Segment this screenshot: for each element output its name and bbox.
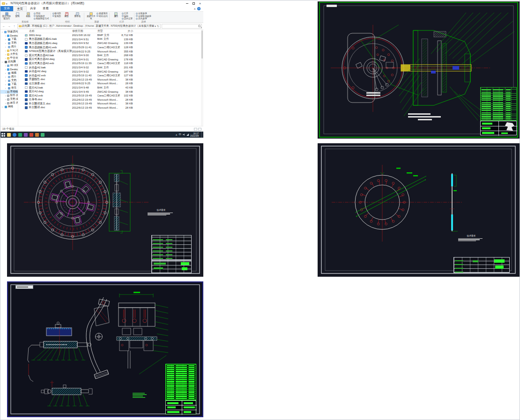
sidebar-item[interactable]: › 视频	[0, 71, 18, 75]
maximize-button[interactable]	[190, 0, 197, 7]
ribbon-tab[interactable]: 主页	[13, 6, 27, 11]
taskbar-app-icon[interactable]	[24, 133, 28, 137]
refresh-icon[interactable]: ↻	[157, 24, 159, 28]
edge-taskbar-icon[interactable]	[13, 133, 16, 137]
sidebar-item[interactable]: › 下载	[0, 82, 18, 86]
paste-button[interactable]: 粘贴	[23, 12, 33, 20]
sidebar-item[interactable]: › 文档	[0, 41, 18, 45]
sidebar-item[interactable]: › 软件 (D:)	[0, 94, 18, 97]
collapse-ribbon-icon[interactable]: ∧	[194, 7, 196, 10]
taskbar-app-icon[interactable]	[30, 133, 33, 137]
input-method-indicator[interactable]: 中	[179, 133, 182, 136]
sidebar-item[interactable]: › 网络	[0, 105, 18, 109]
address-bar[interactable]: 此电脑本地磁盘 (C:)用户AdministratorDesktop大home新…	[17, 24, 161, 29]
pin-quick-access-button[interactable]: 固定到快速访问	[1, 12, 12, 20]
sidebar-item[interactable]: › 文档	[0, 79, 18, 82]
volume-icon[interactable]	[183, 133, 185, 136]
file-date: 2021/3/4 9:52	[72, 42, 97, 44]
address-dropdown-icon[interactable]: ▾	[155, 24, 156, 28]
sidebar-item[interactable]: › 快速访问	[0, 30, 18, 34]
breadcrumb-segment[interactable]: 本地磁盘 (C:)	[32, 24, 49, 28]
forward-button[interactable]: →	[7, 24, 11, 28]
breadcrumb-segment[interactable]: 新建文件夹	[96, 24, 111, 28]
search-input[interactable]	[163, 24, 198, 28]
sidebar-item[interactable]: › Desktop	[0, 34, 18, 37]
file-explorer-taskbar-icon[interactable]	[7, 133, 11, 137]
taskbar-app-icon[interactable]	[41, 133, 45, 137]
taskbar-app-icon[interactable]	[18, 133, 22, 137]
breadcrumb-segment[interactable]: N700(4)型离合器设计（具有膜片弹簧设计） (有cad图)	[111, 24, 154, 28]
easy-access-button[interactable]: 轻松访问	[97, 15, 107, 18]
scrollbar-thumb[interactable]	[201, 30, 203, 59]
table-row[interactable]: 膜片式离合器A0.dwg 2021/3/4 9:01 ZWCAD Drawing…	[18, 58, 201, 62]
table-row[interactable]: 膜片A2.dwg 2021/3/4 9:49 ZWCAD Drawing 38 …	[18, 89, 201, 94]
quick-access-toolbar[interactable]: ▾	[0, 2, 9, 5]
start-button[interactable]	[1, 133, 5, 137]
sidebar-item[interactable]: › 本地磁盘 (C:)	[0, 90, 18, 94]
breadcrumb-segment[interactable]: 用户	[49, 24, 56, 28]
sidebar-item[interactable]: › 文档 (E:)	[0, 97, 18, 101]
column-header-type[interactable]: 类型	[97, 29, 120, 33]
table-row[interactable]: 膜片式离合器A0.bak 2021/3/4 9:00 BAK 文件 268 KB	[18, 53, 201, 58]
table-row[interactable]: 从动盘A2.bak 2021/3/4 9:02 BAK 文件 201 KB	[18, 66, 201, 70]
tray-expand-icon[interactable]: ∧	[176, 133, 178, 136]
back-button[interactable]: ←	[2, 24, 6, 28]
sidebar-item[interactable]: › 下载	[0, 37, 18, 41]
copy-to-button[interactable]: 复制到	[52, 15, 61, 18]
sidebar-item[interactable]: › 娱乐 (F:)	[0, 101, 18, 105]
table-row[interactable]: 膜片式离合器A0.exb 2012/5/19 11:39 Caxa二维CAD文档…	[18, 61, 201, 66]
breadcrumb-segment[interactable]: 大home	[85, 24, 96, 28]
sidebar-item[interactable]: › 3D 对象	[0, 64, 18, 67]
scrollbar[interactable]	[201, 29, 203, 126]
new-folder-button[interactable]: 新建文件夹	[86, 12, 96, 20]
column-header-name[interactable]: 名称	[25, 29, 72, 33]
sidebar-item[interactable]: › 图片	[0, 75, 18, 79]
table-row[interactable]: 膜片A2.exb 2012/5/19 19:49 Caxa二维CAD文档 102…	[18, 94, 201, 98]
sidebar-item[interactable]: › 此电脑	[0, 60, 18, 64]
table-row[interactable]: 外文翻译原文.doc 2012/6/13 19:49 Microsoft Wor…	[18, 102, 201, 106]
breadcrumb-segment[interactable]: Administrator	[56, 24, 74, 28]
up-button[interactable]: ↑	[12, 24, 16, 28]
column-header-size[interactable]: 大小	[120, 29, 133, 33]
breadcrumb-segment[interactable]: Desktop	[74, 24, 85, 28]
details-view-icon[interactable]	[194, 128, 197, 131]
sidebar-item[interactable]: › 3.3心理健康教育课件	[0, 49, 18, 52]
breadcrumb-segment[interactable]: 此电脑	[22, 24, 32, 28]
table-row[interactable]: 从动盘A2.dwg 2021/3/4 9:02 ZWCAD Drawing 18…	[18, 69, 201, 74]
network-icon[interactable]	[186, 133, 189, 136]
sidebar-item[interactable]: › Desktop	[0, 67, 18, 71]
table-row[interactable]: 从动盘A2.exb 2012/5/19 11:40 Caxa二维CAD文档 12…	[18, 74, 201, 78]
show-desktop-button[interactable]	[201, 132, 202, 138]
delete-button[interactable]: 删除	[61, 12, 72, 20]
taskbar-app-icon[interactable]	[35, 133, 39, 137]
help-icon[interactable]: ?	[197, 7, 201, 10]
table-row[interactable]: 外文翻译.doc 2012/6/13 19:49 Microsoft Word.…	[18, 106, 201, 110]
history-button[interactable]: 历史记录	[122, 17, 133, 20]
sidebar-item[interactable]: › 大学生心理危机干预	[0, 52, 18, 56]
copy-button[interactable]: 复制	[12, 12, 22, 20]
ribbon-tab[interactable]: 查看	[39, 6, 52, 11]
table-row[interactable]: 0001.bmp 2021/3/8 16:02 BMP 文件 8,712 KB	[18, 33, 201, 37]
search-box[interactable]	[162, 24, 202, 29]
table-row[interactable]: 离合器踏板总成A1.bak 2021/3/4 9:51 BAK 文件 139 K…	[18, 37, 201, 42]
minimize-button[interactable]	[184, 0, 190, 7]
table-row[interactable]: 论文摘要.doc 2016/6/22 9:25 Microsoft Word..…	[18, 81, 201, 86]
table-row[interactable]: 开题报告.doc 2012/6/13 19:49 Microsoft Word.…	[18, 78, 201, 82]
sidebar-item[interactable]: › 图片	[0, 45, 18, 49]
table-row[interactable]: 离合器踏板总成A1.dwg 2021/3/4 9:52 ZWCAD Drawin…	[18, 41, 201, 45]
table-row[interactable]: 膜片A2.bak 2021/3/4 9:48 BAK 文件 43 KB	[18, 86, 201, 90]
close-button[interactable]: ×	[197, 0, 203, 7]
paste-shortcut-button[interactable]: 粘贴快捷方式	[34, 17, 49, 20]
thumbnails-view-icon[interactable]	[198, 128, 201, 131]
rename-button[interactable]: 重命名	[72, 12, 82, 20]
sidebar-item[interactable]: › 音乐	[0, 86, 18, 90]
table-row[interactable]: N700(4)型离合器设计（具有膜片弹簧设... 2016/6/22 9:25 …	[18, 49, 201, 53]
ribbon-tab[interactable]: 文件	[0, 6, 13, 11]
table-row[interactable]: 离合器踏板总成A1.exb 2012/5/29 11:41 Caxa二维CAD文…	[18, 45, 201, 50]
table-row[interactable]: 任务书.doc 2012/6/13 19:49 Microsoft Word..…	[18, 98, 201, 102]
taskbar-clock[interactable]: 16:17 2021/3/8	[190, 133, 199, 137]
column-header-date[interactable]: 修改日期	[72, 29, 97, 33]
sidebar-item[interactable]: › 毕业设计资料	[0, 56, 18, 60]
ribbon-tab[interactable]: 共享	[27, 6, 39, 11]
properties-button[interactable]: 属性	[111, 12, 121, 20]
